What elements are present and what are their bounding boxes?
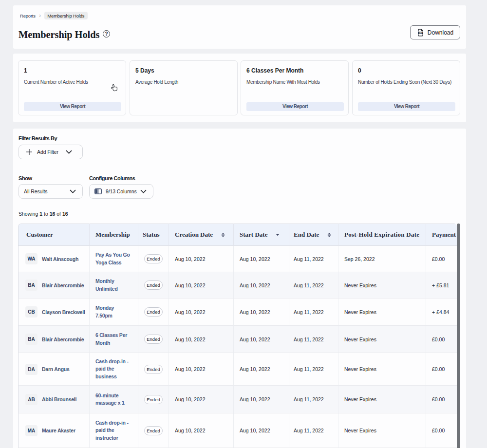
svg-text:CSV: CSV <box>419 32 423 34</box>
